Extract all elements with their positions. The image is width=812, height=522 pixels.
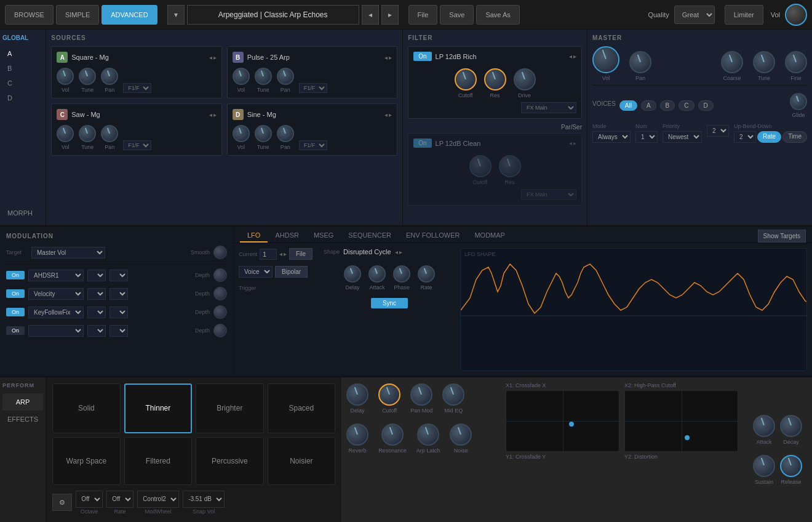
source-c-route-select[interactable]: F1/F2 xyxy=(123,140,151,150)
source-d-next[interactable]: ▸ xyxy=(389,111,392,118)
mod-row4-dash-select[interactable]: - xyxy=(109,325,128,337)
source-b-pan-knob[interactable] xyxy=(277,68,294,85)
vol-knob[interactable] xyxy=(785,4,807,26)
global-item-d[interactable]: D xyxy=(2,90,43,105)
tab-mseg[interactable]: MSEG xyxy=(306,229,341,243)
source-a-route-select[interactable]: F1/F2 xyxy=(123,83,151,93)
tab-modmap[interactable]: MODMAP xyxy=(467,229,512,243)
eff-panmod-knob[interactable] xyxy=(410,383,432,406)
source-c-vol-knob[interactable] xyxy=(57,125,74,142)
filter2-prev[interactable]: ◂ xyxy=(569,140,572,147)
tab-ahdsr[interactable]: AHDSR xyxy=(268,229,306,243)
source-a-tune-knob[interactable] xyxy=(79,68,96,85)
global-item-a[interactable]: A xyxy=(2,46,43,61)
source-d-pan-knob[interactable] xyxy=(277,125,294,142)
filter1-fx-select[interactable]: FX Main xyxy=(521,102,576,113)
pad-noisier[interactable]: Noisier xyxy=(268,437,336,486)
simple-button[interactable]: SIMPLE xyxy=(56,5,99,25)
preset-prev-button[interactable]: ◂ xyxy=(362,5,379,25)
pad-percussive[interactable]: Percussive xyxy=(196,437,264,486)
lfo-num-input[interactable] xyxy=(260,249,277,260)
mod-row3-expr-select[interactable]: E xyxy=(87,307,106,318)
mod-row3-depth-knob[interactable] xyxy=(213,305,227,319)
snap-vol-select[interactable]: -3.51 dB xyxy=(183,491,225,508)
lfo-voice-select[interactable]: Voice xyxy=(239,266,273,278)
lfo-sync-button[interactable]: Sync xyxy=(371,298,408,308)
source-a-next[interactable]: ▸ xyxy=(213,54,217,61)
source-c-pan-knob[interactable] xyxy=(101,125,118,142)
quality-select[interactable]: Great xyxy=(674,6,715,24)
adsr-attack-knob[interactable] xyxy=(753,415,775,437)
tab-lfo[interactable]: LFO xyxy=(240,229,268,243)
voices-tab-c[interactable]: C xyxy=(679,100,694,111)
pad-solid[interactable]: Solid xyxy=(52,383,121,433)
voices-bend-select[interactable]: 2 xyxy=(734,131,756,143)
source-a-pan-knob[interactable] xyxy=(101,68,118,85)
voices-tab-all[interactable]: All xyxy=(619,100,637,111)
save-as-button[interactable]: Save As xyxy=(476,5,519,25)
master-tune-knob[interactable] xyxy=(753,51,775,73)
mod-row1-on-button[interactable]: On xyxy=(6,271,25,279)
rate-select[interactable]: Off xyxy=(106,491,133,508)
save-button[interactable]: Save xyxy=(440,5,474,25)
source-d-tune-knob[interactable] xyxy=(255,125,272,142)
source-c-next[interactable]: ▸ xyxy=(213,111,217,118)
filter1-next[interactable]: ▸ xyxy=(573,53,576,60)
tab-env-follower[interactable]: ENV FOLLOWER xyxy=(399,229,467,243)
mod-row2-expr-select[interactable]: E xyxy=(87,288,106,300)
source-c-prev[interactable]: ◂ xyxy=(209,111,212,118)
voices-rate-btn[interactable]: Rate xyxy=(757,131,781,143)
octave-select[interactable]: Off xyxy=(76,491,103,508)
mod-row1-expr-select[interactable]: E xyxy=(87,270,106,281)
master-pan-knob[interactable] xyxy=(629,51,651,73)
pad-thinner[interactable]: Thinner xyxy=(124,383,193,433)
lfo-file-button[interactable]: File xyxy=(289,248,312,260)
pad-filtered[interactable]: Filtered xyxy=(124,437,193,486)
lfo-bipolar-button[interactable]: Bipolar xyxy=(275,266,308,278)
filter2-cutoff-knob[interactable] xyxy=(469,155,492,177)
eff-arplatch-knob[interactable] xyxy=(417,424,439,446)
voices-mode-select[interactable]: Always xyxy=(592,131,631,143)
master-fine-knob[interactable] xyxy=(785,51,807,73)
lfo-phase-knob[interactable] xyxy=(393,265,410,283)
filter1-on-button[interactable]: On xyxy=(413,52,431,61)
mod-row3-source-select[interactable]: KeyFollowFixed xyxy=(28,307,84,318)
pad-brighter[interactable]: Brighter xyxy=(196,383,264,433)
adsr-release-knob[interactable] xyxy=(780,455,802,477)
adsr-decay-knob[interactable] xyxy=(780,415,802,437)
mod-row4-source-select[interactable] xyxy=(28,325,84,337)
mod-row4-depth-knob[interactable] xyxy=(213,324,227,337)
voices-priority-select[interactable]: Newest xyxy=(663,131,702,143)
show-targets-button[interactable]: Show Targets xyxy=(758,230,806,243)
master-coarse-knob[interactable] xyxy=(721,51,743,73)
tab-sequencer[interactable]: SEQUENCER xyxy=(341,229,399,243)
mod-row3-num-select[interactable]: 2 xyxy=(109,307,128,318)
lfo-next[interactable]: ▸ xyxy=(284,251,287,257)
shape-next[interactable]: ▸ xyxy=(399,249,402,255)
filter2-fx-select[interactable]: FX Main xyxy=(521,189,576,200)
shape-prev[interactable]: ◂ xyxy=(395,249,398,255)
mod-row2-depth-knob[interactable] xyxy=(213,287,227,300)
smooth-knob[interactable] xyxy=(213,246,227,259)
lfo-prev[interactable]: ◂ xyxy=(279,251,282,257)
modwheel-select[interactable]: Control2 xyxy=(137,491,179,508)
voices-num-select[interactable]: 1 xyxy=(635,131,658,143)
filter2-res-knob[interactable] xyxy=(499,155,521,177)
gear-button[interactable]: ⚙ xyxy=(52,494,72,511)
filter1-res-knob[interactable] xyxy=(484,68,506,90)
eff-noise-knob[interactable] xyxy=(450,424,472,446)
source-d-prev[interactable]: ◂ xyxy=(384,111,388,118)
eff-mideq-knob[interactable] xyxy=(442,383,464,406)
filter2-next[interactable]: ▸ xyxy=(573,140,576,147)
global-item-morph[interactable]: MORPH xyxy=(2,206,43,220)
advanced-button[interactable]: ADVANCED xyxy=(102,5,157,25)
source-d-route-select[interactable]: F1/F2 xyxy=(299,140,327,150)
global-item-c[interactable]: C xyxy=(2,76,43,90)
mod-row4-expr-select[interactable]: E xyxy=(87,325,106,337)
mod-row1-dash-select[interactable]: - xyxy=(109,270,128,281)
voices-time-btn[interactable]: Time xyxy=(782,131,807,143)
mod-row4-on-button[interactable]: On xyxy=(6,326,25,335)
source-b-vol-knob[interactable] xyxy=(233,68,250,85)
source-b-prev[interactable]: ◂ xyxy=(384,54,388,61)
lfo-attack-knob[interactable] xyxy=(368,265,386,283)
